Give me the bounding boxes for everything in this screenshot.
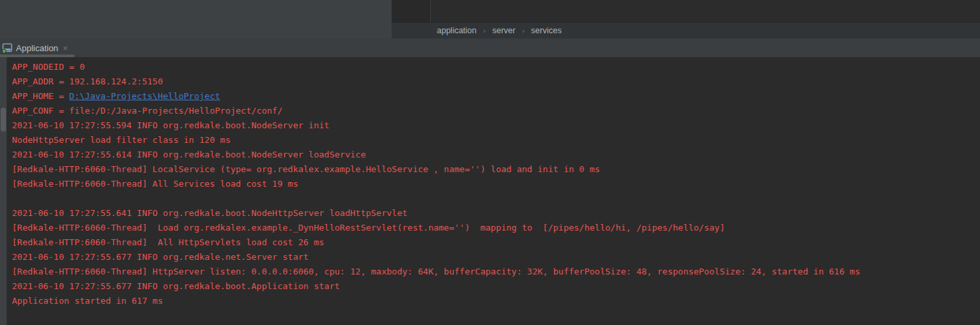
- log-text: [Redkale-HTTP:6060-Thread] LocalService …: [12, 164, 600, 174]
- console-line: APP_HOME = D:\Java-Projects\HelloProject: [12, 89, 980, 104]
- log-text: 2021-06-10 17:27:55.641 INFO org.redkale…: [12, 208, 408, 218]
- editor-gutter: [392, 0, 431, 22]
- console-panel: APP_NODEID = 0APP_ADDR = 192.168.124.2:5…: [0, 57, 980, 325]
- console-line: 2021-06-10 17:27:55.677 INFO org.redkale…: [12, 250, 980, 265]
- console-line: APP_ADDR = 192.168.124.2:5150: [12, 74, 980, 89]
- breadcrumb-item-services[interactable]: services: [531, 26, 562, 35]
- log-text: 2021-06-10 17:27:55.677 INFO org.redkale…: [12, 281, 340, 291]
- console-line: [12, 191, 980, 206]
- console-line: [Redkale-HTTP:6060-Thread] HttpServer li…: [12, 265, 980, 279]
- console-line: [Redkale-HTTP:6060-Thread] All Services …: [12, 177, 980, 191]
- log-text: NodeHttpServer load filter class in 120 …: [12, 135, 231, 145]
- breadcrumb-item-application[interactable]: application: [437, 26, 477, 35]
- breadcrumb-separator-icon: ›: [483, 27, 486, 35]
- run-toolwindow-tabbar: Application ×: [0, 39, 980, 57]
- console-line: APP_CONF = file:/D:/Java-Projects/HelloP…: [12, 104, 980, 118]
- log-text: APP_ADDR = 192.168.124.2:5150: [12, 76, 163, 86]
- log-text: 2021-06-10 17:27:55.594 INFO org.redkale…: [12, 120, 329, 130]
- log-text: 2021-06-10 17:27:55.677 INFO org.redkale…: [12, 252, 308, 262]
- run-console-icon: [2, 43, 13, 53]
- ide-window: application›server›services Application …: [0, 0, 980, 325]
- log-text: [Redkale-HTTP:6060-Thread] All HttpServl…: [12, 237, 324, 247]
- log-text: [Redkale-HTTP:6060-Thread] HttpServer li…: [12, 267, 860, 276]
- editor-right-pane: application›server›services: [392, 0, 980, 39]
- log-text: APP_NODEID = 0: [12, 62, 85, 72]
- log-text: APP_CONF = file:/D:/Java-Projects/HelloP…: [12, 106, 283, 116]
- tab-label: Application: [16, 43, 59, 53]
- console-left-strip: [0, 57, 7, 325]
- breadcrumb: application›server›services: [392, 23, 980, 39]
- log-text: [Redkale-HTTP:6060-Thread] All Services …: [12, 179, 298, 189]
- console-line: [Redkale-HTTP:6060-Thread] LocalService …: [12, 162, 980, 177]
- console-line: APP_NODEID = 0: [12, 60, 980, 74]
- console-line: 2021-06-10 17:27:55.677 INFO org.redkale…: [12, 279, 980, 294]
- log-text: Application started in 617 ms: [12, 296, 163, 306]
- console-line: Application started in 617 ms: [12, 294, 980, 308]
- breadcrumb-item-server[interactable]: server: [492, 26, 515, 35]
- editor-left-pane: [0, 0, 392, 39]
- console-line: [Redkale-HTTP:6060-Thread] Load org.redk…: [12, 221, 980, 235]
- console-line: 2021-06-10 17:27:55.641 INFO org.redkale…: [12, 206, 980, 221]
- console-line: [Redkale-HTTP:6060-Thread] All HttpServl…: [12, 235, 980, 250]
- console-line: 2021-06-10 17:27:55.594 INFO org.redkale…: [12, 118, 980, 133]
- log-text: APP_HOME =: [12, 91, 69, 101]
- scrollbar-thumb[interactable]: [1, 108, 6, 132]
- console-log[interactable]: APP_NODEID = 0APP_ADDR = 192.168.124.2:5…: [7, 60, 980, 325]
- close-icon[interactable]: ×: [63, 44, 68, 53]
- console-line: NodeHttpServer load filter class in 120 …: [12, 133, 980, 148]
- breadcrumb-separator-icon: ›: [522, 27, 525, 35]
- file-link[interactable]: D:\Java-Projects\HelloProject: [69, 91, 220, 101]
- log-text: 2021-06-10 17:27:55.614 INFO org.redkale…: [12, 150, 366, 160]
- log-text: [Redkale-HTTP:6060-Thread] Load org.redk…: [12, 223, 725, 233]
- console-line: 2021-06-10 17:27:55.614 INFO org.redkale…: [12, 148, 980, 162]
- editor-area: application›server›services: [0, 0, 980, 39]
